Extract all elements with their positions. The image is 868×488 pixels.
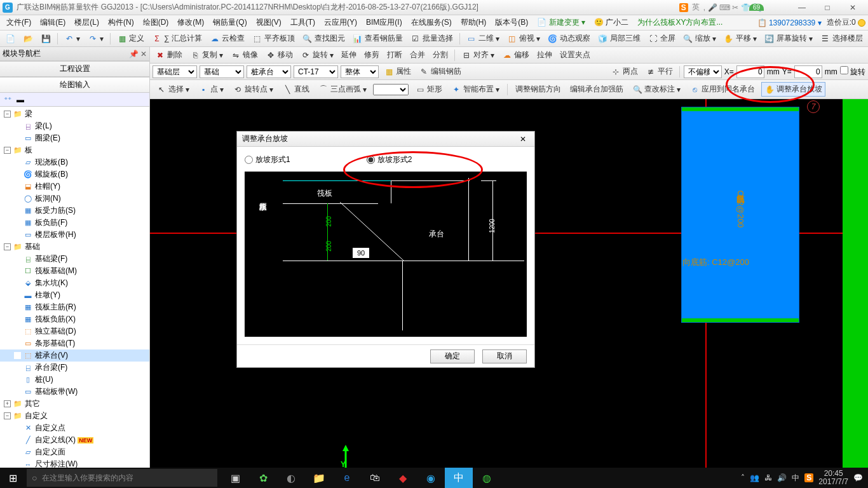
rotate-button[interactable]: ⟳旋转▾ <box>298 48 336 62</box>
tree-slab[interactable]: 板 <box>25 145 32 156</box>
dialog-close-button[interactable]: ✕ <box>517 135 529 144</box>
style-select[interactable] <box>373 84 409 95</box>
radio-slope-1[interactable]: 放坡形式1 <box>245 154 290 165</box>
menu-tools[interactable]: 工具(T) <box>287 16 319 29</box>
maximize-button[interactable]: □ <box>815 1 840 15</box>
edit-steel-button[interactable]: ✎编辑钢筋 <box>416 65 464 78</box>
select-tool[interactable]: ↖选择▾ <box>154 83 192 96</box>
screen-rotate-button[interactable]: 🔄屏幕旋转▾ <box>762 32 815 45</box>
menu-modify[interactable]: 修改(M) <box>173 16 208 29</box>
tree-item[interactable]: 自定义面 <box>35 447 65 458</box>
tree-item[interactable]: 独立基础(D) <box>35 326 76 337</box>
tab-project-settings[interactable]: 工程设置 <box>0 61 149 77</box>
fullscreen-button[interactable]: ⛶全屏 <box>646 32 678 45</box>
tree-item[interactable]: 筏板基础(M) <box>35 266 77 276</box>
adj-dir-button[interactable]: 调整钢筋方向 <box>513 83 564 96</box>
floor-select[interactable]: 基础层 <box>153 65 197 78</box>
arc3-tool[interactable]: ⌒三点画弧▾ <box>316 83 369 96</box>
menu-help[interactable]: 帮助(H) <box>457 16 491 29</box>
zoom-button[interactable]: 🔍缩放▾ <box>681 32 719 45</box>
tree-item[interactable]: 柱帽(Y) <box>35 181 60 192</box>
line-tool[interactable]: ╲直线 <box>280 83 312 96</box>
tree-item[interactable]: 螺旋板(B) <box>35 169 68 180</box>
two-point-button[interactable]: ⊹两点 <box>608 65 641 78</box>
rotate-checkbox[interactable]: 旋转 <box>840 66 865 78</box>
tree-item[interactable]: 板负筋(F) <box>35 217 67 228</box>
2d-button[interactable]: ▭二维▾ <box>464 32 502 45</box>
menu-file[interactable]: 文件(F) <box>3 16 35 29</box>
local-3d-button[interactable]: 🧊局部三维 <box>595 32 643 45</box>
attr-button[interactable]: ▦属性 <box>381 65 414 78</box>
menu-version[interactable]: 版本号(B) <box>491 16 532 29</box>
category-select[interactable]: 基础 <box>200 65 244 78</box>
tab-draw-input[interactable]: 绘图输入 <box>0 77 149 93</box>
ok-button[interactable]: 确定 <box>430 349 475 363</box>
menu-edit[interactable]: 编辑(E) <box>36 16 69 29</box>
user-indicator[interactable]: 🙂 广小二 <box>590 16 632 29</box>
close-button[interactable]: ✕ <box>840 1 865 15</box>
open-icon[interactable]: 📂 <box>20 32 36 45</box>
collapse-tool-icon[interactable]: ▬ <box>17 95 24 104</box>
tray-network-icon[interactable]: 🖧 <box>764 473 772 482</box>
tree-item[interactable]: 板受力筋(S) <box>35 205 76 216</box>
break-button[interactable]: 打断 <box>384 48 405 62</box>
expand-tool-icon[interactable]: ⁺⁺ <box>4 95 11 104</box>
align-button[interactable]: ⊟对齐▾ <box>459 48 497 62</box>
tray-volume-icon[interactable]: 🔊 <box>777 473 787 482</box>
whole-select[interactable]: 整体 <box>341 65 379 78</box>
parallel-button[interactable]: ≢平行 <box>643 65 675 78</box>
cortana-search[interactable]: ○在这里输入你要搜索的内容 <box>27 469 217 487</box>
set-grip-button[interactable]: 设置夹点 <box>557 48 593 62</box>
task-view-icon[interactable]: ▣ <box>221 468 249 488</box>
sum-calc-button[interactable]: Σ∑ 汇总计算 <box>149 32 205 45</box>
taskbar-app-3[interactable]: ◆ <box>389 468 417 488</box>
menu-steel[interactable]: 钢筋量(Q) <box>209 16 250 29</box>
tree-item[interactable]: 集水坑(K) <box>35 278 68 288</box>
credit-indicator[interactable]: 造价豆:0 <box>827 17 865 28</box>
offset-button[interactable]: ☁偏移 <box>499 48 532 62</box>
taskbar-app-4[interactable]: ◉ <box>417 468 445 488</box>
angle-input[interactable] <box>353 248 369 258</box>
start-button[interactable]: ⊞ <box>0 468 25 488</box>
tree-item[interactable]: 筏板负筋(X) <box>35 314 76 325</box>
system-tray[interactable]: ˄ 👥 🖧 🔊 中 S 20:452017/7/7 💬 <box>736 470 868 486</box>
merge-button[interactable]: 合并 <box>407 48 428 62</box>
trim-button[interactable]: 修剪 <box>362 48 382 62</box>
delete-button[interactable]: ✖删除 <box>153 48 185 62</box>
tray-clock[interactable]: 20:452017/7/7 <box>818 470 848 486</box>
dialog-titlebar[interactable]: 调整承台放坡 ✕ <box>237 132 534 147</box>
undo-icon[interactable]: ↶▾ <box>62 32 83 45</box>
menu-draw[interactable]: 绘图(D) <box>139 16 173 29</box>
menu-cloud[interactable]: 云应用(Y) <box>320 16 361 29</box>
new-change-button[interactable]: 📄 新建变更 ▾ <box>533 16 589 29</box>
taskbar-app-5[interactable]: ◍ <box>473 468 501 488</box>
stretch-button[interactable]: 拉伸 <box>534 48 555 62</box>
tree-item[interactable]: 基础梁(F) <box>35 254 67 264</box>
menu-floor[interactable]: 楼层(L) <box>71 16 103 29</box>
tree-item[interactable]: 现浇板(B) <box>35 157 68 168</box>
tree-item[interactable]: 自定义点 <box>35 423 65 433</box>
tree-item[interactable]: 板洞(N) <box>35 193 61 204</box>
cloud-check-button[interactable]: ☁云检查 <box>207 32 247 45</box>
taskbar-edge-icon[interactable]: e <box>333 468 361 488</box>
component-select[interactable]: CT-17 <box>294 65 338 78</box>
question-link[interactable]: 为什么筏板XY方向布置... <box>634 16 726 29</box>
menu-bim[interactable]: BIM应用(I) <box>362 16 406 29</box>
offset-mode-select[interactable]: 不偏移 <box>684 65 722 78</box>
apply-all-button[interactable]: ⎋应用到同名承台 <box>687 83 757 96</box>
menu-component[interactable]: 构件(N) <box>104 16 138 29</box>
tray-people-icon[interactable]: 👥 <box>750 473 759 482</box>
menu-online[interactable]: 在线服务(S) <box>407 16 456 29</box>
taskbar-app-active[interactable]: 中 <box>445 468 473 488</box>
tree-item[interactable]: 桩(U) <box>35 374 53 385</box>
phone-number[interactable]: 📋 13907298339 ▾ <box>757 18 822 27</box>
tree-foundation[interactable]: 基础 <box>25 241 40 252</box>
split-button[interactable]: 分割 <box>430 48 451 62</box>
tree-item[interactable]: 承台梁(F) <box>35 362 67 373</box>
extend-button[interactable]: 延伸 <box>339 48 359 62</box>
bird-view-button[interactable]: ◫俯视▾ <box>505 32 543 45</box>
tree-item[interactable]: 自定义线(X) NEW <box>35 435 93 445</box>
tray-ime-icon[interactable]: 中 <box>792 473 799 484</box>
minimize-button[interactable]: — <box>789 1 815 15</box>
flat-roof-button[interactable]: ⬚平齐板顶 <box>250 32 297 45</box>
